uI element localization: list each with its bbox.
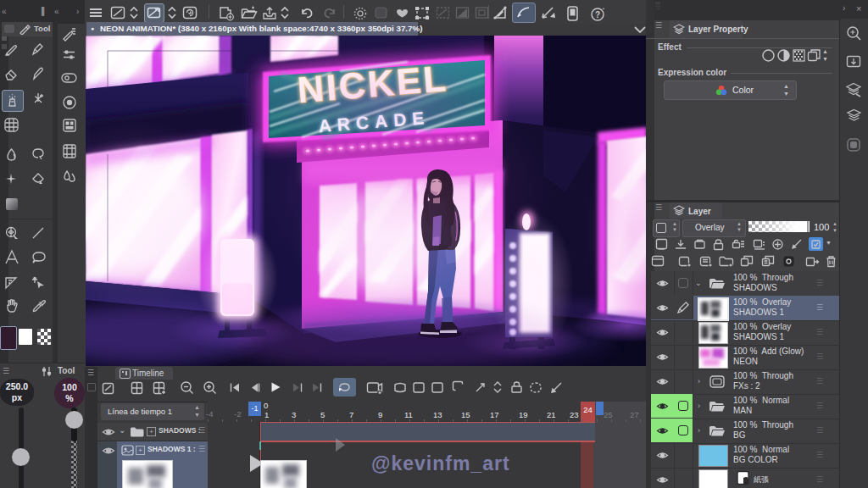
svg-text:?: ? xyxy=(595,10,600,19)
